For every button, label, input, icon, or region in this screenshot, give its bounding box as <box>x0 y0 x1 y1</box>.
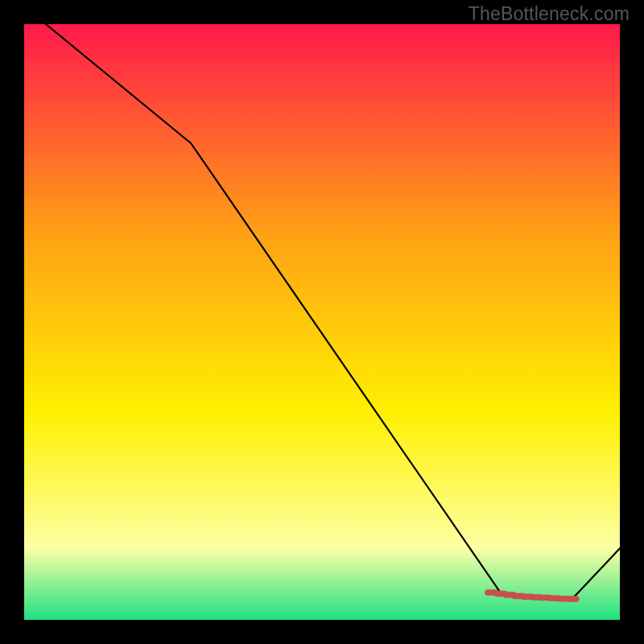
chart-frame: TheBottleneck.com <box>0 0 644 644</box>
source-attribution: TheBottleneck.com <box>469 3 630 25</box>
chart-svg <box>24 24 620 620</box>
chart-plot-area <box>24 24 620 620</box>
chart-background-gradient <box>24 24 620 620</box>
